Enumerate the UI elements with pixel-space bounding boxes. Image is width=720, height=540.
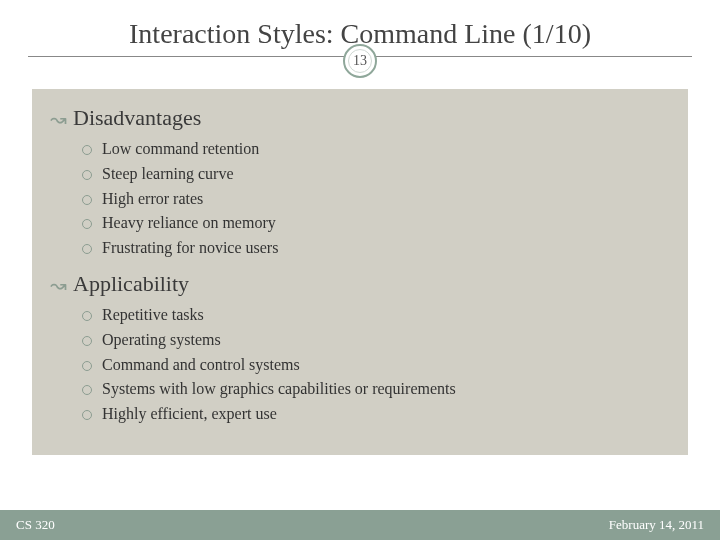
list-item: Frustrating for novice users: [80, 236, 672, 261]
section-heading-applicability: ↝Applicability: [50, 271, 672, 297]
content-panel: ↝Disadvantages Low command retention Ste…: [32, 89, 688, 455]
list-item: Command and control systems: [80, 353, 672, 378]
list-item: Highly efficient, expert use: [80, 402, 672, 427]
applicability-list: Repetitive tasks Operating systems Comma…: [80, 303, 672, 427]
slide: Interaction Styles: Command Line (1/10) …: [0, 0, 720, 540]
list-item: Low command retention: [80, 137, 672, 162]
list-item: Operating systems: [80, 328, 672, 353]
section-heading-disadvantages: ↝Disadvantages: [50, 105, 672, 131]
arrow-bullet-icon: ↝: [50, 273, 67, 297]
list-item: Repetitive tasks: [80, 303, 672, 328]
footer-left: CS 320: [16, 517, 55, 533]
list-item: Systems with low graphics capabilities o…: [80, 377, 672, 402]
arrow-bullet-icon: ↝: [50, 107, 67, 131]
list-item: High error rates: [80, 187, 672, 212]
heading-text: Applicability: [73, 271, 189, 296]
page-number-badge: 13: [0, 43, 720, 79]
disadvantages-list: Low command retention Steep learning cur…: [80, 137, 672, 261]
page-number: 13: [343, 44, 377, 78]
footer-right: February 14, 2011: [609, 517, 704, 533]
list-item: Steep learning curve: [80, 162, 672, 187]
heading-text: Disadvantages: [73, 105, 201, 130]
footer-bar: CS 320 February 14, 2011: [0, 510, 720, 540]
list-item: Heavy reliance on memory: [80, 211, 672, 236]
